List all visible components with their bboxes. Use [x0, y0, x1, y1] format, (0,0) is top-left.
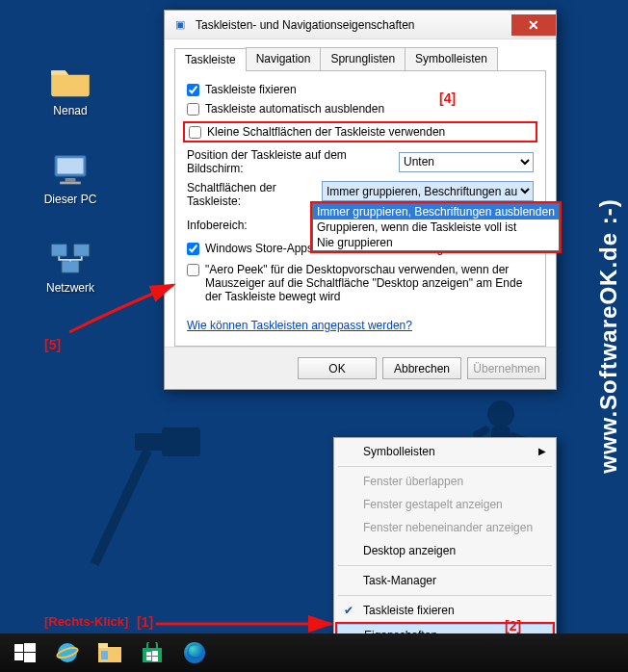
taskbar[interactable] — [0, 633, 628, 672]
svg-rect-17 — [24, 643, 36, 652]
label-position: Position der Taskleiste auf dem Bildschi… — [187, 148, 399, 175]
svg-rect-23 — [98, 643, 108, 648]
highlight-box-4: Kleine Schaltflächen der Taskleiste verw… — [183, 121, 537, 142]
network-icon — [47, 239, 93, 277]
ok-button[interactable]: OK — [298, 357, 377, 379]
pc-icon — [47, 150, 93, 189]
menu-item-stack: Fenster gestapelt anzeigen — [336, 493, 554, 516]
select-position[interactable]: Unten — [399, 152, 534, 172]
cancel-button[interactable]: Abbrechen — [382, 357, 461, 379]
label-buttons: Schaltflächen der Taskleiste: — [187, 181, 322, 208]
desktop-icon-label: Nenad — [37, 104, 104, 117]
annotation-rechts-klick: [Rechts-Klick] — [44, 614, 128, 629]
desktop-icon-network[interactable]: Netzwerk — [37, 239, 104, 295]
desktop-icon-label: Dieser PC — [37, 193, 104, 206]
tab-symbolleisten[interactable]: Symbolleisten — [405, 47, 498, 70]
tab-navigation[interactable]: Navigation — [246, 47, 322, 70]
edge-icon — [182, 640, 207, 665]
dropdown-option[interactable]: Gruppieren, wenn die Taskleiste voll ist — [313, 220, 559, 235]
menu-item-show-desktop[interactable]: Desktop anzeigen — [336, 539, 554, 562]
svg-rect-19 — [24, 653, 36, 662]
help-link[interactable]: Wie können Taskleisten angepasst werden? — [187, 319, 412, 332]
tab-taskleiste[interactable]: Taskleiste — [174, 48, 247, 71]
menu-item-task-manager[interactable]: Task-Manager — [336, 569, 554, 592]
svg-rect-28 — [146, 657, 151, 660]
menu-separator — [338, 595, 552, 596]
checkbox-autohide[interactable]: Taskleiste automatisch ausblenden — [187, 102, 534, 116]
svg-rect-18 — [14, 653, 23, 660]
menu-item-label: Taskleiste fixieren — [363, 604, 455, 617]
checkbox-aero-peek[interactable]: "Aero Peek" für die Desktopvorschau verw… — [187, 263, 534, 303]
svg-rect-24 — [101, 651, 108, 659]
menu-separator — [338, 466, 552, 467]
menu-item-sidebyside: Fenster nebeneinander anzeigen — [336, 516, 554, 539]
menu-item-label: Desktop anzeigen — [363, 544, 456, 557]
windows-logo-icon — [14, 642, 36, 663]
decor-hammer — [67, 424, 241, 597]
dropdown-list: Immer gruppieren, Beschriftungen ausblen… — [312, 203, 560, 251]
menu-item-label: Fenster überlappen — [363, 475, 463, 488]
svg-rect-14 — [74, 245, 90, 257]
taskbar-store[interactable] — [131, 633, 173, 672]
svg-rect-1 — [162, 427, 200, 456]
menu-item-cascade: Fenster überlappen — [336, 470, 554, 493]
annotation-2: [2] — [505, 618, 521, 633]
taskbar-edge[interactable] — [173, 633, 216, 672]
desktop-icon-folder[interactable]: Nenad — [37, 62, 104, 117]
checkbox-fix[interactable]: Taskleiste fixieren — [187, 83, 534, 96]
submenu-arrow-icon: ▶ — [538, 446, 546, 456]
checkbox-label: Kleine Schaltflächen der Taskleiste verw… — [207, 125, 445, 139]
svg-rect-13 — [51, 245, 66, 257]
site-watermark: www.SoftwareOK.de :-) — [595, 198, 622, 473]
checkbox-peek-input[interactable] — [187, 264, 199, 276]
ie-icon — [55, 640, 80, 665]
annotation-5: [5] — [44, 337, 61, 352]
dropdown-option[interactable]: Nie gruppieren — [313, 235, 559, 250]
apply-button[interactable]: Übernehmen — [467, 357, 546, 379]
tab-strip: Taskleiste Navigation Sprunglisten Symbo… — [174, 47, 546, 71]
menu-item-label: Task-Manager — [363, 574, 436, 587]
check-icon: ✔ — [344, 604, 353, 617]
svg-rect-26 — [146, 652, 151, 656]
label-notify: Infobereich: — [187, 219, 322, 232]
svg-rect-12 — [60, 182, 81, 185]
svg-rect-16 — [14, 644, 23, 652]
annotation-1: [1] — [137, 614, 153, 630]
checkbox-fix-input[interactable] — [187, 84, 199, 96]
menu-item-label: Symbolleisten — [363, 445, 435, 458]
dialog-title: Taskleisten- und Navigationseigenschafte… — [190, 18, 511, 32]
svg-rect-27 — [152, 651, 158, 656]
menu-item-label: Fenster gestapelt anzeigen — [363, 498, 503, 511]
svg-rect-29 — [152, 657, 158, 661]
close-button[interactable]: ✕ — [511, 14, 556, 36]
dropdown-option[interactable]: Immer gruppieren, Beschriftungen ausblen… — [313, 204, 559, 220]
checkbox-label: Taskleiste fixieren — [205, 83, 297, 96]
checkbox-store-input[interactable] — [187, 243, 199, 255]
svg-rect-2 — [91, 449, 152, 566]
taskbar-ie[interactable] — [46, 633, 89, 672]
menu-separator — [338, 565, 552, 566]
file-explorer-icon — [97, 642, 122, 663]
taskbar-context-menu: Symbolleisten▶ Fenster überlappen Fenste… — [333, 437, 557, 652]
taskbar-properties-dialog: ▣ Taskleisten- und Navigationseigenschaf… — [164, 10, 557, 390]
annotation-4: [4] — [439, 90, 456, 106]
taskbar-explorer[interactable] — [89, 633, 131, 672]
start-button[interactable] — [4, 633, 46, 672]
app-icon: ▣ — [170, 18, 190, 31]
titlebar[interactable]: ▣ Taskleisten- und Navigationseigenschaf… — [165, 11, 556, 39]
checkbox-autohide-input[interactable] — [187, 103, 199, 116]
checkbox-small-buttons[interactable]: Kleine Schaltflächen der Taskleiste verw… — [189, 125, 532, 139]
tab-sprunglisten[interactable]: Sprunglisten — [320, 47, 406, 70]
menu-item-label: Fenster nebeneinander anzeigen — [363, 521, 533, 534]
svg-point-3 — [487, 401, 514, 427]
desktop-icon-label: Netzwerk — [37, 281, 104, 295]
folder-icon — [47, 62, 93, 100]
svg-rect-15 — [62, 261, 79, 273]
desktop-icon-pc[interactable]: Dieser PC — [37, 150, 104, 206]
checkbox-small-input[interactable] — [189, 126, 201, 139]
checkbox-label: Taskleiste automatisch ausblenden — [205, 102, 384, 116]
select-taskbar-buttons[interactable]: Immer gruppieren, Beschriftungen ausblen… — [322, 181, 534, 201]
store-icon — [141, 642, 164, 663]
svg-rect-11 — [65, 178, 76, 182]
menu-item-toolbars[interactable]: Symbolleisten▶ — [336, 440, 554, 463]
